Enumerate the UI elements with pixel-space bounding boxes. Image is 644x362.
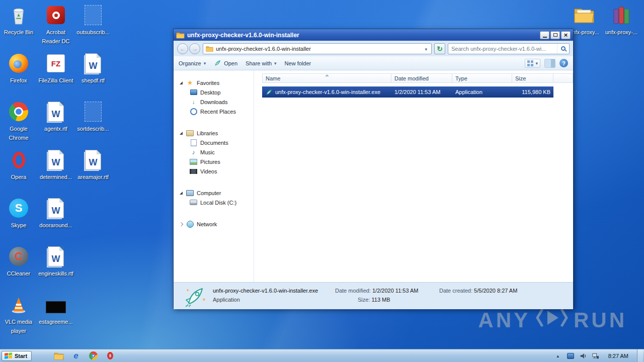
sidebar-item-pictures[interactable]: Pictures — [174, 157, 254, 166]
network-status-icon[interactable] — [592, 352, 600, 360]
desktop-icon-recycle-bin[interactable]: Recycle Bin — [0, 4, 37, 36]
taskbar-explorer-icon[interactable] — [53, 351, 65, 361]
sidebar-item-videos[interactable]: Videos — [174, 166, 254, 176]
desktop-icon-label: sortdescrib... — [77, 126, 109, 132]
desktop-icon-shepdf-rtf[interactable]: shepdf.rtf — [74, 52, 112, 84]
sidebar-item-desktop[interactable]: Desktop — [174, 87, 254, 97]
search-input[interactable] — [448, 46, 557, 52]
desktop-icon-sortdescrib[interactable]: sortdescrib... — [74, 101, 112, 133]
desktop-icon-engineskills-rtf[interactable]: engineskills.rtf — [37, 245, 74, 278]
change-view-button[interactable] — [525, 59, 540, 68]
desktop-icon-vlc[interactable]: VLC media player — [0, 294, 37, 335]
desktop-icon-label: Opera — [11, 174, 27, 180]
volume-icon[interactable] — [579, 352, 587, 360]
anyrun-watermark: ANY RUN — [478, 307, 627, 334]
sort-ascending-icon — [325, 74, 329, 76]
details-label: Size: — [358, 297, 370, 303]
details-pane: unfx-proxy-checker-v1.6.0-win-installer.… — [174, 282, 573, 309]
details-label: Date modified: — [335, 288, 371, 294]
close-button[interactable] — [561, 31, 571, 39]
desktop-icon-ccleaner[interactable]: CCleaner — [0, 245, 37, 278]
desktop-icon-unfx-archive[interactable]: unfx-proxy-... — [603, 4, 640, 36]
firefox-icon — [0, 52, 37, 74]
refresh-button[interactable] — [434, 43, 445, 54]
details-label: Date created: — [439, 288, 472, 294]
tray-expand-icon[interactable] — [554, 352, 562, 360]
sidebar-label: Pictures — [200, 159, 220, 165]
black-window-icon — [37, 294, 74, 316]
desktop-icon-areamajor-rtf[interactable]: areamajor.rtf — [74, 149, 112, 181]
sidebar-item-computer[interactable]: Computer — [174, 188, 254, 198]
taskbar-clock[interactable]: 8:27 AM — [604, 353, 632, 359]
search-icon[interactable] — [557, 44, 569, 54]
desktop-icon-estagreeme[interactable]: estagreeme... — [37, 294, 74, 326]
file-row[interactable]: unfx-proxy-checker-v1.6.0-win-installer.… — [262, 86, 553, 98]
organize-button[interactable]: Organize — [179, 60, 206, 66]
expander-icon[interactable] — [179, 222, 183, 226]
help-button[interactable] — [559, 59, 568, 67]
desktop-icon-agentx-rtf[interactable]: agentx.rtf — [37, 101, 74, 133]
sidebar-item-recent-places[interactable]: Recent Places — [174, 107, 254, 116]
taskbar-ie-icon[interactable] — [70, 351, 82, 361]
anyrun-logo-icon — [535, 307, 569, 334]
show-desktop-button[interactable] — [637, 349, 643, 362]
desktop-icon-label: shepdf.rtf — [82, 77, 105, 83]
taskbar-opera-icon[interactable] — [104, 351, 116, 361]
desktop-icon-dooraround-rtf[interactable]: dooraround... — [37, 197, 74, 229]
column-header-date-modified[interactable]: Date modified — [391, 73, 452, 83]
details-value: 5/5/2020 8:27 AM — [474, 288, 517, 294]
exe-file-icon — [265, 88, 273, 96]
command-bar: Organize Open Share with New folder — [174, 56, 573, 70]
start-button[interactable]: Start — [2, 351, 32, 361]
ghost-file-icon — [74, 101, 112, 123]
rtf-document-icon — [37, 149, 74, 171]
open-button[interactable]: Open — [214, 59, 237, 67]
desktop[interactable]: Recycle Bin Firefox Google Chrome Opera … — [0, 0, 644, 362]
rtf-document-icon — [74, 149, 112, 171]
details-size: Size: 113 MB — [358, 297, 390, 303]
favorites-star-icon — [186, 79, 194, 86]
sidebar-item-libraries[interactable]: Libraries — [174, 128, 254, 138]
column-header-type[interactable]: Type — [452, 73, 512, 83]
desktop-icon-acrobat[interactable]: Acrobat Reader DC — [37, 4, 74, 45]
desktop-icon-google-chrome[interactable]: Google Chrome — [0, 101, 37, 142]
expander-icon[interactable] — [179, 191, 183, 195]
desktop-icon-label: Firefox — [10, 77, 27, 83]
sidebar-item-downloads[interactable]: Downloads — [174, 97, 254, 107]
tray-app-icon[interactable] — [567, 352, 575, 360]
window-titlebar[interactable]: unfx-proxy-checker-v1.6.0-win-installer — [174, 29, 573, 41]
new-folder-button[interactable]: New folder — [285, 60, 311, 66]
sidebar-item-documents[interactable]: Documents — [174, 138, 254, 147]
desktop-icon-firefox[interactable]: Firefox — [0, 52, 37, 84]
explorer-window: unfx-proxy-checker-v1.6.0-win-installer … — [173, 29, 574, 309]
details-file-name: unfx-proxy-checker-v1.6.0-win-installer.… — [213, 288, 318, 294]
file-date-modified: 1/2/2020 11:53 AM — [391, 89, 452, 95]
desktop-icon-determined-rtf[interactable]: determined... — [37, 149, 74, 181]
desktop-icon-opera[interactable]: Opera — [0, 149, 37, 181]
sidebar-item-local-disk-c[interactable]: Local Disk (C:) — [174, 198, 254, 207]
search-box — [448, 43, 570, 54]
new-folder-label: New folder — [285, 60, 311, 66]
column-header-name[interactable]: Name — [262, 73, 391, 83]
address-dropdown-icon[interactable] — [423, 46, 429, 52]
sidebar-label: Computer — [197, 190, 221, 196]
taskbar-chrome-icon[interactable] — [87, 351, 99, 361]
desktop-icon-skype[interactable]: Skype — [0, 197, 37, 229]
expander-icon[interactable] — [179, 131, 183, 135]
desktop-icon-label: dooraround... — [39, 222, 72, 228]
breadcrumb[interactable]: unfx-proxy-checker-v1.6.0-win-installer — [203, 43, 432, 54]
desktop-icon-outsubscrib[interactable]: outsubscrib... — [74, 4, 112, 36]
share-with-button[interactable]: Share with — [246, 60, 277, 66]
window-folder-icon — [176, 32, 185, 39]
back-button[interactable]: ← — [177, 43, 188, 54]
forward-button[interactable]: → — [189, 43, 200, 54]
sidebar-item-favorites[interactable]: Favorites — [174, 78, 254, 87]
sidebar-item-network[interactable]: Network — [174, 219, 254, 229]
desktop-icon-filezilla[interactable]: FileZilla Client — [37, 52, 74, 84]
expander-icon[interactable] — [179, 80, 183, 85]
preview-pane-button[interactable] — [544, 59, 555, 68]
minimize-button[interactable] — [540, 31, 549, 39]
sidebar-item-music[interactable]: Music — [174, 147, 254, 157]
maximize-button[interactable] — [550, 31, 560, 39]
column-header-size[interactable]: Size — [512, 73, 553, 83]
